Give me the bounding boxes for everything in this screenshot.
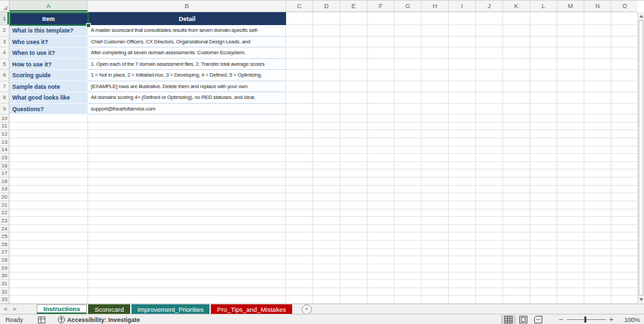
cell-A28[interactable] (9, 256, 88, 264)
column-header-B[interactable]: B (88, 1, 286, 12)
page-break-preview-button[interactable] (531, 315, 546, 324)
column-header-N[interactable]: N (584, 1, 611, 12)
empty-cells[interactable] (286, 264, 637, 272)
cell-A6[interactable]: Scoring guide (9, 70, 88, 81)
cell-B9[interactable]: support@theartofservice.com (88, 104, 286, 115)
empty-cells[interactable] (286, 59, 637, 70)
empty-cells[interactable] (286, 296, 637, 304)
row-header-6[interactable]: 6 (0, 70, 9, 81)
cell-B23[interactable] (88, 217, 286, 225)
column-header-J[interactable]: J (476, 1, 503, 12)
cell-A19[interactable] (9, 186, 88, 194)
cell-A22[interactable] (9, 209, 88, 218)
add-sheet-button[interactable]: + (302, 304, 312, 315)
cell-A8[interactable]: What good looks like (9, 92, 88, 104)
column-header-A[interactable]: A (9, 1, 88, 12)
row-header-26[interactable]: 26 (0, 241, 9, 249)
empty-cells[interactable] (286, 37, 637, 48)
zoom-slider-thumb[interactable] (584, 317, 586, 323)
cell-B13[interactable] (88, 138, 286, 146)
row-header-31[interactable]: 31 (0, 280, 9, 288)
column-header-M[interactable]: M (557, 1, 584, 12)
column-header-H[interactable]: H (422, 1, 449, 12)
cell-B24[interactable] (88, 225, 286, 233)
cell-A7[interactable]: Sample data note (9, 81, 88, 93)
row-header-2[interactable]: 2 (0, 25, 9, 37)
zoom-out-button[interactable]: − (555, 316, 566, 323)
cell-B26[interactable] (88, 241, 286, 249)
empty-cells[interactable] (286, 92, 637, 104)
cell-B33[interactable] (88, 296, 286, 304)
empty-cells[interactable] (286, 130, 637, 138)
empty-cells[interactable] (286, 115, 637, 123)
empty-cells[interactable] (286, 280, 637, 288)
empty-cells[interactable] (286, 186, 637, 194)
empty-cells[interactable] (286, 154, 637, 162)
row-header-8[interactable]: 8 (0, 92, 9, 104)
empty-cells[interactable] (286, 123, 637, 131)
cell-A23[interactable] (9, 217, 88, 225)
row-header-20[interactable]: 20 (0, 193, 9, 201)
cell-B15[interactable] (88, 154, 286, 162)
row-header-5[interactable]: 5 (0, 59, 9, 70)
column-header-G[interactable]: G (395, 1, 422, 12)
cell-A15[interactable] (9, 154, 88, 162)
cell-A4[interactable]: When to use it? (9, 47, 88, 59)
row-header-33[interactable]: 33 (0, 296, 9, 304)
cell-A26[interactable] (9, 241, 88, 249)
row-header-32[interactable]: 32 (0, 288, 9, 296)
row-header-23[interactable]: 23 (0, 217, 9, 225)
cell-B8[interactable]: All domains scoring 4+ (Defined or Optim… (88, 92, 286, 104)
row-header-1[interactable]: 1 (0, 12, 9, 25)
cell-B25[interactable] (88, 232, 286, 241)
cell-A1[interactable]: Item (9, 12, 88, 25)
cell-B20[interactable] (88, 193, 286, 201)
empty-cells[interactable] (286, 178, 637, 186)
row-header-28[interactable]: 28 (0, 256, 9, 264)
column-header-I[interactable]: I (449, 1, 476, 12)
row-header-15[interactable]: 15 (0, 154, 9, 162)
cell-B7[interactable]: [EXAMPLE] rows are illustrative. Delete … (88, 81, 286, 93)
cell-A16[interactable] (9, 162, 88, 170)
cell-B30[interactable] (88, 272, 286, 281)
vertical-scrollbar-thumb[interactable] (639, 20, 643, 296)
normal-view-button[interactable] (501, 315, 516, 324)
column-header-D[interactable]: D (313, 1, 340, 12)
accessibility-status[interactable]: Accessibility: Investigate (58, 316, 140, 323)
row-header-4[interactable]: 4 (0, 47, 9, 59)
empty-cells[interactable] (286, 47, 637, 59)
row-header-21[interactable]: 21 (0, 201, 9, 209)
cell-A24[interactable] (9, 225, 88, 233)
cell-A32[interactable] (9, 288, 88, 296)
page-layout-view-button[interactable] (516, 315, 531, 324)
row-header-7[interactable]: 7 (0, 81, 9, 93)
row-header-9[interactable]: 9 (0, 104, 9, 115)
cell-A17[interactable] (9, 169, 88, 178)
column-header-K[interactable]: K (503, 1, 530, 12)
tab-pro_tips_and_mistakes[interactable]: Pro_Tips_and_Mistakes (211, 304, 292, 314)
cell-B22[interactable] (88, 209, 286, 218)
empty-cells[interactable] (286, 217, 637, 225)
cell-B5[interactable]: 1. Open each of the 7 domain assessment … (88, 59, 286, 70)
empty-cells[interactable] (286, 232, 637, 241)
cell-A10[interactable] (9, 115, 88, 123)
zoom-level-label[interactable]: 100% (617, 317, 640, 323)
cell-A20[interactable] (9, 193, 88, 201)
cell-A30[interactable] (9, 272, 88, 281)
cell-B6[interactable]: 1 = Not in place, 2 = Initial/ad-hoc, 3 … (88, 70, 286, 81)
cell-B18[interactable] (88, 178, 286, 186)
cell-A27[interactable] (9, 249, 88, 257)
empty-cells[interactable] (286, 256, 637, 264)
cell-B12[interactable] (88, 130, 286, 138)
cell-A12[interactable] (9, 130, 88, 138)
empty-cells[interactable] (286, 70, 637, 81)
empty-cells[interactable] (286, 169, 637, 178)
zoom-in-button[interactable]: + (606, 316, 617, 323)
cell-A21[interactable] (9, 201, 88, 209)
select-all-corner[interactable] (0, 1, 9, 12)
cell-A3[interactable]: Who uses it? (9, 37, 88, 48)
cell-B14[interactable] (88, 146, 286, 155)
cell-B11[interactable] (88, 123, 286, 131)
macro-record-icon[interactable] (38, 317, 45, 323)
tab-scorecard[interactable]: Scorecard (88, 304, 129, 314)
